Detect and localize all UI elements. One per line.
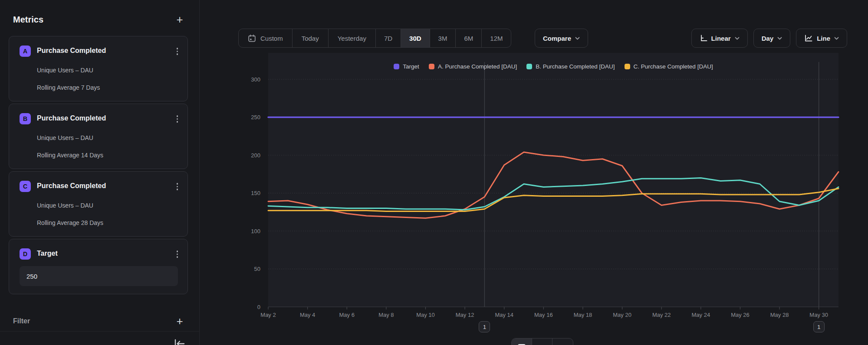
- date-range-control: Custom Today Yesterday 7D 30D 3M 6M 12M: [238, 29, 511, 48]
- y-axis-label: 0: [257, 304, 260, 310]
- legend-label: A. Purchase Completed [DAU]: [438, 63, 517, 70]
- kebab-menu-icon[interactable]: [175, 181, 180, 192]
- range-label: 3M: [438, 35, 447, 42]
- scale-label: Linear: [711, 35, 731, 42]
- metric-card-b: B Purchase Completed Unique Users – DAU …: [9, 104, 188, 169]
- metric-measure[interactable]: Unique Users – DAU: [37, 134, 93, 141]
- chart-type-label: Line: [817, 35, 830, 42]
- metric-card-c: C Purchase Completed Unique Users – DAU …: [9, 171, 188, 237]
- x-axis-label: May 22: [652, 312, 671, 318]
- plus-icon: +: [176, 14, 183, 25]
- collapse-left-icon: [172, 338, 187, 345]
- compare-button[interactable]: Compare: [535, 29, 588, 48]
- x-axis-label: May 16: [534, 312, 553, 318]
- legend-item-b[interactable]: B. Purchase Completed [DAU]: [526, 63, 615, 70]
- target-title: Target: [37, 250, 58, 257]
- legend-swatch: [625, 64, 630, 69]
- range-label: Today: [302, 35, 319, 42]
- y-axis-label: 250: [251, 114, 260, 120]
- x-axis-label: May 14: [495, 312, 513, 318]
- view-toggle-chart[interactable]: [512, 338, 532, 345]
- linear-axis-icon: [700, 34, 707, 42]
- range-yesterday[interactable]: Yesterday: [329, 29, 376, 47]
- chevron-down-icon: [777, 37, 782, 40]
- kebab-menu-icon[interactable]: [175, 46, 180, 57]
- metrics-sidebar: Metrics + A Purchase Completed Unique Us…: [0, 0, 200, 345]
- metric-measure[interactable]: Unique Users – DAU: [37, 202, 93, 209]
- compare-label: Compare: [543, 35, 571, 42]
- x-axis-label: May 8: [378, 312, 394, 318]
- x-axis-label: May 30: [809, 312, 828, 318]
- legend-label: B. Purchase Completed [DAU]: [536, 63, 615, 70]
- annotation-marker[interactable]: 1: [479, 321, 490, 332]
- metric-rolling-average[interactable]: Rolling Average 7 Days: [37, 84, 100, 91]
- scale-button[interactable]: Linear: [691, 29, 748, 48]
- add-metric-button[interactable]: +: [173, 13, 186, 26]
- target-card: D Target: [9, 239, 188, 294]
- metric-title: Purchase Completed: [37, 182, 106, 190]
- range-today[interactable]: Today: [293, 29, 329, 47]
- kebab-menu-icon[interactable]: [175, 249, 180, 260]
- view-toggle-control: [511, 338, 573, 345]
- collapse-sidebar-button[interactable]: [172, 338, 187, 345]
- range-12m[interactable]: 12M: [482, 29, 511, 47]
- metric-badge-a: A: [20, 46, 31, 57]
- legend-label: C. Purchase Completed [DAU]: [634, 63, 713, 70]
- chevron-down-icon: [575, 37, 580, 40]
- x-axis-label: May 2: [260, 312, 276, 318]
- target-value-input[interactable]: [20, 266, 178, 286]
- metric-rolling-average[interactable]: Rolling Average 28 Days: [37, 219, 103, 226]
- chevron-down-icon: [735, 37, 740, 40]
- view-toggle-table[interactable]: [552, 338, 573, 345]
- legend-item-c[interactable]: C. Purchase Completed [DAU]: [625, 63, 713, 70]
- view-toggle-split[interactable]: [532, 338, 552, 345]
- metric-measure[interactable]: Unique Users – DAU: [37, 67, 93, 74]
- x-axis-label: May 6: [339, 312, 355, 318]
- legend-swatch: [526, 64, 532, 69]
- y-axis-label: 200: [251, 152, 260, 159]
- y-axis-label: 100: [251, 228, 260, 234]
- add-filter-button[interactable]: +: [173, 315, 186, 328]
- chart-type-button[interactable]: Line: [796, 29, 847, 48]
- chart-settings-controls: Linear Day Line: [691, 29, 847, 48]
- range-30d[interactable]: 30D: [401, 29, 430, 47]
- divider: [0, 331, 199, 332]
- range-3m[interactable]: 3M: [430, 29, 456, 47]
- x-axis-label: May 24: [692, 312, 710, 318]
- x-axis-label: May 26: [731, 312, 750, 318]
- legend-item-a[interactable]: A. Purchase Completed [DAU]: [429, 63, 517, 70]
- range-label: 6M: [464, 35, 473, 42]
- x-axis-label: May 18: [574, 312, 592, 318]
- x-axis-label: May 12: [456, 312, 474, 318]
- metric-badge-d: D: [20, 248, 31, 260]
- range-label: 30D: [409, 35, 421, 42]
- kebab-menu-icon[interactable]: [175, 114, 180, 124]
- annotation-marker[interactable]: 1: [813, 321, 825, 332]
- x-axis-label: May 4: [300, 312, 315, 318]
- range-label: 12M: [490, 35, 503, 42]
- x-axis-label: May 20: [613, 312, 631, 318]
- legend-item-target[interactable]: Target: [394, 63, 419, 70]
- metric-badge-c: C: [20, 181, 31, 192]
- range-custom[interactable]: Custom: [239, 29, 293, 47]
- range-6m[interactable]: 6M: [456, 29, 482, 47]
- range-label: 7D: [384, 35, 392, 42]
- metric-title: Purchase Completed: [37, 47, 106, 55]
- y-axis-label: 300: [251, 76, 260, 83]
- plus-icon: +: [176, 316, 183, 327]
- metric-rolling-average[interactable]: Rolling Average 14 Days: [37, 152, 103, 159]
- metric-card-a: A Purchase Completed Unique Users – DAU …: [9, 36, 188, 101]
- legend-label: Target: [403, 63, 419, 70]
- interval-button[interactable]: Day: [753, 29, 791, 48]
- chart-legend: Target A. Purchase Completed [DAU] B. Pu…: [268, 63, 838, 70]
- interval-label: Day: [762, 35, 774, 42]
- y-axis-label: 150: [251, 190, 260, 196]
- chevron-down-icon: [834, 37, 839, 40]
- metrics-header: Metrics +: [13, 13, 186, 26]
- range-label: Yesterday: [338, 35, 366, 42]
- line-chart[interactable]: 050100150200250300May 2May 4May 6May 8Ma…: [200, 0, 868, 345]
- range-7d[interactable]: 7D: [376, 29, 401, 47]
- filter-header: Filter +: [13, 315, 186, 328]
- legend-swatch: [429, 64, 434, 69]
- chart-panel: 050100150200250300May 2May 4May 6May 8Ma…: [200, 0, 868, 345]
